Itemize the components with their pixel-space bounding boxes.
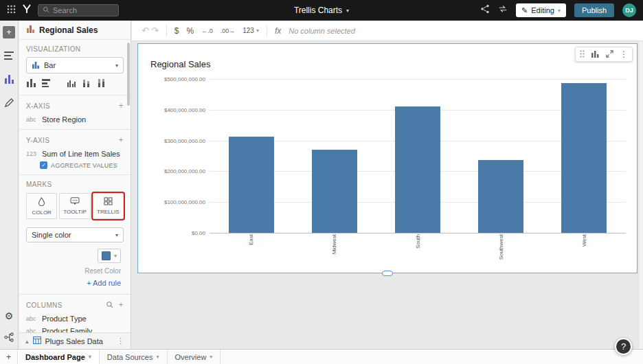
search-input[interactable] bbox=[53, 6, 115, 14]
sigma-logo[interactable] bbox=[22, 4, 32, 16]
marks-tab-label: TRELLIS bbox=[97, 209, 119, 215]
bar-midwest[interactable] bbox=[312, 150, 357, 233]
tab-data-sources[interactable]: Data Sources ▾ bbox=[100, 350, 168, 364]
lineage-icon[interactable] bbox=[4, 332, 14, 345]
color-swatch bbox=[102, 251, 111, 260]
avatar[interactable]: DJ bbox=[622, 3, 636, 17]
stacked-bar-icon[interactable] bbox=[82, 78, 92, 89]
pen-tool-icon[interactable] bbox=[4, 98, 14, 111]
add-x-axis-icon[interactable]: + bbox=[119, 101, 124, 111]
number-format-dropdown[interactable]: 123 ▾ bbox=[242, 27, 259, 34]
y-axis-field[interactable]: 123 Sum of Line Item Sales bbox=[19, 148, 131, 160]
decimal-increase-button[interactable]: .00→ bbox=[221, 27, 236, 34]
element-config-panel: Regional Sales VISUALIZATION Bar ▾ X-AXI… bbox=[19, 21, 131, 349]
panel-scrollbar[interactable] bbox=[127, 43, 130, 106]
formula-bar[interactable]: No column selected bbox=[289, 27, 355, 35]
chevron-up-icon[interactable]: ▴ bbox=[25, 338, 29, 345]
bars-container bbox=[210, 79, 626, 233]
marks-tabs: COLOR TOOLTIP TRELLIS bbox=[19, 191, 131, 226]
chevron-down-icon: ▾ bbox=[115, 62, 118, 69]
app-window: Trellis Charts ▾ ✎ Editing ▾ Publish DJ … bbox=[0, 0, 643, 364]
bar-vertical-icon[interactable] bbox=[26, 78, 36, 89]
bar-horizontal-icon[interactable] bbox=[41, 78, 52, 89]
resize-handle[interactable] bbox=[382, 271, 393, 276]
y-tick-label: $100,000,000.00 bbox=[164, 199, 205, 205]
aggregate-values-row[interactable]: ✓ AGGREGATE VALUES bbox=[19, 160, 131, 174]
bar-east[interactable] bbox=[229, 137, 274, 233]
marks-tab-tooltip[interactable]: TOOLTIP bbox=[59, 193, 90, 219]
chart-type-value: Bar bbox=[44, 61, 56, 69]
canvas-scrollbar[interactable] bbox=[638, 41, 643, 349]
trellis-grid-icon bbox=[104, 197, 113, 207]
redo-icon[interactable]: ↷ bbox=[151, 25, 159, 36]
decimal-decrease-button[interactable]: ←.0 bbox=[201, 27, 213, 34]
global-search[interactable] bbox=[38, 4, 119, 16]
tab-label: Dashboard Page bbox=[25, 353, 85, 361]
chart-settings-icon[interactable] bbox=[591, 48, 600, 60]
bar-west[interactable] bbox=[561, 83, 607, 233]
tab-dashboard-page[interactable]: Dashboard Page ▾ bbox=[18, 350, 100, 364]
settings-gear-icon[interactable]: ⚙ bbox=[5, 311, 14, 321]
gridline bbox=[210, 233, 626, 234]
field-name: Store Region bbox=[42, 115, 86, 124]
format-toolbar: ↶ ↷ $ % ←.0 .00→ 123 ▾ fx No column sele… bbox=[132, 21, 643, 41]
data-source-bar[interactable]: ▴ Plugs Sales Data ⋮ bbox=[19, 332, 131, 349]
color-swatch-picker[interactable]: ▾ bbox=[98, 249, 121, 263]
marks-tab-trellis[interactable]: TRELLIS bbox=[93, 193, 124, 219]
x-tick-label: Midwest bbox=[331, 234, 337, 254]
x-tick-label: Southwest bbox=[498, 234, 504, 260]
maximize-icon[interactable] bbox=[606, 48, 613, 60]
chart-subtype-row bbox=[19, 78, 131, 95]
chevron-down-icon: ▾ bbox=[156, 354, 159, 360]
chevron-down-icon: ▾ bbox=[114, 253, 117, 259]
publish-button[interactable]: Publish bbox=[574, 3, 614, 17]
marks-tab-color[interactable]: COLOR bbox=[26, 193, 57, 219]
percent-format-button[interactable]: % bbox=[187, 26, 194, 36]
y-tick-label: $400,000,000.00 bbox=[164, 106, 205, 113]
chart-type-dropdown[interactable]: Bar ▾ bbox=[26, 57, 124, 73]
panel-header: Regional Sales bbox=[19, 21, 131, 40]
y-tick-label: $200,000,000.00 bbox=[164, 168, 205, 174]
share-icon[interactable] bbox=[480, 4, 490, 16]
version-sync-icon[interactable] bbox=[498, 4, 508, 16]
marks-tab-label: TOOLTIP bbox=[63, 209, 87, 215]
tab-label: Overview bbox=[175, 353, 207, 361]
full-stacked-bar-icon[interactable] bbox=[97, 78, 107, 89]
reset-color-button[interactable]: Reset Color bbox=[84, 267, 121, 275]
search-icon bbox=[43, 6, 49, 14]
drag-handle-icon[interactable] bbox=[580, 48, 585, 60]
bar-chart-icon bbox=[32, 61, 40, 70]
checked-checkbox-icon[interactable]: ✓ bbox=[40, 161, 47, 169]
column-item[interactable]: abcProduct Type bbox=[19, 312, 131, 325]
editing-button[interactable]: ✎ Editing ▾ bbox=[516, 3, 566, 17]
visualization-tool-icon[interactable] bbox=[4, 74, 14, 87]
app-grid-icon[interactable] bbox=[7, 4, 16, 16]
x-tick-label: West bbox=[581, 234, 587, 247]
grouped-bar-icon[interactable] bbox=[67, 78, 77, 89]
add-y-axis-icon[interactable]: + bbox=[119, 135, 124, 145]
chart-card[interactable]: ⋮ Regional Sales $0.00$100,000,000.00$20… bbox=[137, 43, 638, 273]
bar-southwest[interactable] bbox=[478, 160, 523, 233]
page-elements-icon[interactable] bbox=[4, 50, 14, 62]
currency-format-button[interactable]: $ bbox=[174, 26, 179, 36]
search-columns-icon[interactable] bbox=[106, 301, 113, 310]
document-title[interactable]: Trellis Charts ▾ bbox=[294, 5, 349, 15]
add-page-button[interactable]: + bbox=[0, 350, 18, 364]
dashboard-canvas[interactable]: ⋮ Regional Sales $0.00$100,000,000.00$20… bbox=[132, 41, 643, 349]
chevron-down-icon: ▾ bbox=[115, 232, 118, 238]
x-axis-field[interactable]: abc Store Region bbox=[19, 113, 131, 126]
add-element-button[interactable]: + bbox=[3, 26, 15, 38]
field-type-label: 123 bbox=[26, 150, 38, 157]
help-button[interactable]: ? bbox=[615, 338, 632, 355]
color-mode-dropdown[interactable]: Single color ▾ bbox=[26, 227, 124, 242]
field-type-label: abc bbox=[26, 315, 38, 322]
add-column-icon[interactable]: + bbox=[119, 300, 124, 310]
tab-label: Data Sources bbox=[107, 353, 153, 361]
kebab-menu-icon[interactable]: ⋮ bbox=[117, 337, 124, 345]
kebab-menu-icon[interactable]: ⋮ bbox=[620, 49, 628, 59]
undo-icon[interactable]: ↶ bbox=[142, 25, 149, 36]
bar-south[interactable] bbox=[395, 106, 440, 233]
pencil-icon: ✎ bbox=[521, 6, 528, 15]
tab-overview[interactable]: Overview ▾ bbox=[168, 350, 221, 364]
add-rule-button[interactable]: + Add rule bbox=[87, 279, 121, 287]
